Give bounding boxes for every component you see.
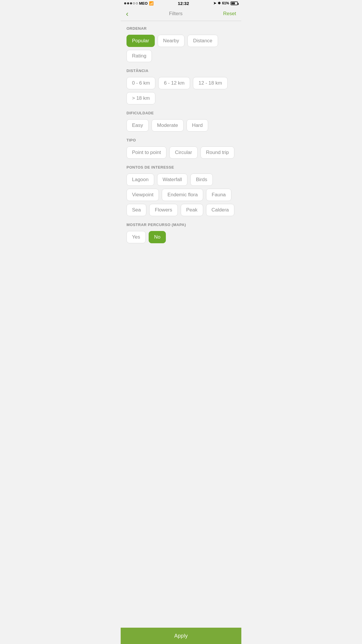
filter-circular[interactable]: Circular: [169, 146, 198, 159]
filter-easy[interactable]: Easy: [126, 119, 149, 132]
filter-fauna[interactable]: Fauna: [206, 189, 231, 201]
dot5: [136, 2, 138, 4]
distancia-filter-row: 0 - 6 km 6 - 12 km 12 - 18 km > 18 km: [126, 77, 236, 104]
back-button[interactable]: ‹: [126, 10, 129, 18]
filter-round-trip[interactable]: Round trip: [201, 146, 234, 159]
status-right: ➤ ✱ 61%: [213, 1, 238, 5]
tipo-label: TIPO: [126, 138, 236, 142]
time-display: 12:32: [178, 1, 189, 6]
dot1: [124, 2, 126, 4]
content-area: ORDENAR Popular Nearby Distance Rating D…: [121, 21, 241, 268]
battery-fill: [231, 2, 235, 4]
ordenar-label: ORDENAR: [126, 26, 236, 31]
filter-yes[interactable]: Yes: [126, 231, 146, 243]
filter-moderate[interactable]: Moderate: [152, 119, 184, 132]
filter-caldera[interactable]: Caldera: [206, 204, 235, 216]
filter-rating[interactable]: Rating: [126, 50, 152, 62]
filter-18km-plus[interactable]: > 18 km: [126, 92, 155, 104]
filter-6-12km[interactable]: 6 - 12 km: [158, 77, 190, 89]
filter-0-6km[interactable]: 0 - 6 km: [126, 77, 155, 89]
pontos-filter-row: Lagoon Waterfall Birds Viewpoint Endemic…: [126, 174, 236, 216]
carrier-label: MEO: [139, 1, 148, 6]
location-icon: ➤: [213, 1, 216, 5]
bluetooth-icon: ✱: [218, 1, 221, 5]
page-title: Filters: [169, 11, 182, 17]
filter-lagoon[interactable]: Lagoon: [126, 174, 154, 186]
filter-endemic-flora[interactable]: Endemic flora: [162, 189, 203, 201]
filter-hard[interactable]: Hard: [187, 119, 208, 132]
filter-viewpoint[interactable]: Viewpoint: [126, 189, 159, 201]
nav-bar: ‹ Filters Reset: [121, 6, 241, 21]
filter-distance[interactable]: Distance: [187, 35, 218, 47]
dificuldade-label: DIFICULDADE: [126, 111, 236, 115]
filter-no[interactable]: No: [149, 231, 166, 243]
status-left: MEO 📶: [124, 1, 154, 6]
dificuldade-filter-row: Easy Moderate Hard: [126, 119, 236, 132]
filter-birds[interactable]: Birds: [190, 174, 213, 186]
filter-popular[interactable]: Popular: [126, 35, 155, 47]
reset-button[interactable]: Reset: [223, 11, 236, 17]
pontos-label: PONTOS DE INTERESSE: [126, 165, 236, 169]
filter-12-18km[interactable]: 12 - 18 km: [193, 77, 227, 89]
signal-dots: [124, 2, 138, 4]
mapa-label: MOSTRAR PERCURSO (MAPA): [126, 223, 236, 227]
filter-point-to-point[interactable]: Point to point: [126, 146, 166, 159]
dot2: [127, 2, 129, 4]
filter-flowers[interactable]: Flowers: [149, 204, 178, 216]
filter-sea[interactable]: Sea: [126, 204, 146, 216]
tipo-filter-row: Point to point Circular Round trip: [126, 146, 236, 159]
mapa-filter-row: Yes No: [126, 231, 236, 243]
ordenar-filter-row: Popular Nearby Distance Rating: [126, 35, 236, 62]
dot3: [130, 2, 132, 4]
filter-peak[interactable]: Peak: [181, 204, 203, 216]
battery-percent: 61%: [222, 1, 229, 5]
dot4: [133, 2, 135, 4]
battery-icon: [231, 1, 238, 5]
status-bar: MEO 📶 12:32 ➤ ✱ 61%: [121, 0, 241, 6]
filter-nearby[interactable]: Nearby: [158, 35, 185, 47]
wifi-icon: 📶: [149, 1, 154, 6]
filter-waterfall[interactable]: Waterfall: [157, 174, 187, 186]
distancia-label: DISTÂNCIA: [126, 69, 236, 73]
